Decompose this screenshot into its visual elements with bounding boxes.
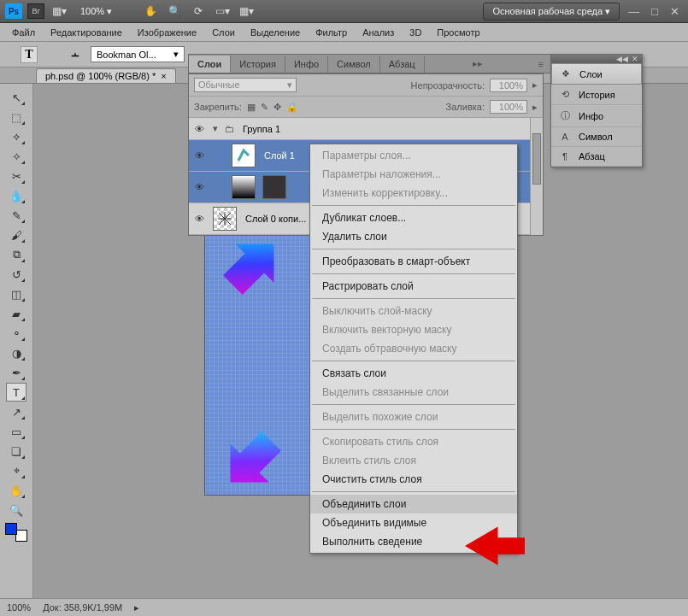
flyout-item[interactable]: ❖Слои xyxy=(551,63,642,85)
layer-scrollbar[interactable] xyxy=(530,118,543,235)
flyout-item-label: История xyxy=(579,90,615,100)
hand-tool-icon[interactable]: ✋ xyxy=(141,3,160,19)
document-tab[interactable]: ph.psd @ 100% (RGB/8) * × xyxy=(36,68,176,83)
visibility-toggle-icon[interactable]: 👁 xyxy=(189,150,209,161)
3d-tool-icon[interactable]: ❏ xyxy=(6,442,26,461)
flyout-item-label: Инфо xyxy=(579,111,603,121)
color-swatches[interactable] xyxy=(5,523,27,542)
lock-paint-icon[interactable]: ✎ xyxy=(261,102,268,113)
zoom-dropdown[interactable]: 100% ▾ xyxy=(74,6,119,17)
group-expand-icon[interactable]: ▾ xyxy=(209,123,221,134)
layer-name[interactable]: Слой 0 копи... xyxy=(240,214,306,224)
zoom-tool-icon[interactable]: 🔍 xyxy=(165,3,184,19)
brush-tool-icon[interactable]: 🖌 xyxy=(6,226,26,244)
history-brush-tool-icon[interactable]: ↺ xyxy=(6,265,26,284)
crop-tool-icon[interactable]: ✂ xyxy=(6,167,26,185)
flyout-item[interactable]: ¶Абзац xyxy=(551,147,642,167)
context-menu-item[interactable]: Объединить слои xyxy=(310,495,517,513)
menu-file[interactable]: Файл xyxy=(5,25,42,40)
layer-thumbnail[interactable] xyxy=(232,144,256,167)
panel-tab-paragraph[interactable]: Абзац xyxy=(380,56,425,73)
layer-thumbnail[interactable] xyxy=(213,207,237,231)
bridge-logo-icon[interactable]: Br xyxy=(27,3,44,19)
flyout-titlebar[interactable]: ◀◀✕ xyxy=(551,55,642,63)
zoom-nav-tool-icon[interactable]: 🔍 xyxy=(6,501,26,519)
panel-tab-character[interactable]: Символ xyxy=(328,56,380,73)
marquee-tool-icon[interactable]: ⬚ xyxy=(6,108,26,126)
lock-all-icon[interactable]: 🔒 xyxy=(286,102,298,113)
main-menubar: Файл Редактирование Изображение Слои Выд… xyxy=(0,23,688,42)
visibility-toggle-icon[interactable]: 👁 xyxy=(189,124,209,134)
eyedropper-tool-icon[interactable]: 💧 xyxy=(6,186,26,205)
arrange-icon[interactable]: ▦▾ xyxy=(237,3,256,19)
context-menu-separator xyxy=(312,429,515,430)
text-tool-preset-icon[interactable]: T xyxy=(21,46,38,63)
context-menu-item[interactable]: Связать слои xyxy=(310,364,517,383)
group-name[interactable]: Группа 1 xyxy=(238,124,280,134)
visibility-toggle-icon[interactable]: 👁 xyxy=(189,182,209,192)
text-orientation-icon[interactable]: ⫠ xyxy=(67,46,84,63)
menu-3d[interactable]: 3D xyxy=(403,25,428,40)
layer-mask-thumbnail[interactable] xyxy=(262,175,286,199)
context-menu-item[interactable]: Растрировать слой xyxy=(310,277,517,296)
hand-nav-tool-icon[interactable]: ✋ xyxy=(6,481,26,500)
context-menu-item[interactable]: Преобразовать в смарт-объект xyxy=(310,252,517,271)
status-doc-size[interactable]: Док: 358,9K/1,99M xyxy=(43,602,122,613)
context-menu-item[interactable]: Очистить стиль слоя xyxy=(310,470,517,489)
gradient-tool-icon[interactable]: ▰ xyxy=(6,304,26,323)
document-tab-close-icon[interactable]: × xyxy=(161,71,166,81)
menu-analysis[interactable]: Анализ xyxy=(356,25,401,40)
blur-tool-icon[interactable]: ⚬ xyxy=(6,324,26,343)
text-tool-icon[interactable]: T xyxy=(6,383,26,402)
visibility-toggle-icon[interactable]: 👁 xyxy=(189,214,209,224)
flyout-item[interactable]: AСимвол xyxy=(551,127,642,147)
pen-tool-icon[interactable]: ✒ xyxy=(6,363,26,382)
menu-select[interactable]: Выделение xyxy=(244,25,307,40)
flyout-item[interactable]: ⟲История xyxy=(551,85,642,105)
panel-tab-info[interactable]: Инфо xyxy=(285,56,328,73)
flyout-item[interactable]: ⓘИнфо xyxy=(551,105,642,127)
rotate-view-icon[interactable]: ⟳ xyxy=(189,3,208,19)
opacity-input[interactable]: 100% xyxy=(490,79,527,92)
close-icon[interactable]: ✕ xyxy=(667,5,683,18)
status-arrow-icon[interactable]: ▸ xyxy=(134,602,139,613)
menu-edit[interactable]: Редактирование xyxy=(44,25,129,40)
document-canvas[interactable] xyxy=(204,231,315,496)
menu-filter[interactable]: Фильтр xyxy=(309,25,354,40)
shape-tool-icon[interactable]: ▭ xyxy=(6,422,26,441)
fill-input[interactable]: 100% xyxy=(490,100,527,114)
dodge-tool-icon[interactable]: ◑ xyxy=(6,343,26,362)
menu-image[interactable]: Изображение xyxy=(131,25,203,40)
panel-tab-history[interactable]: История xyxy=(231,56,285,73)
font-family-dropdown[interactable]: Bookman Ol...▾ xyxy=(91,46,185,62)
panel-tab-layers[interactable]: Слои xyxy=(189,56,231,73)
path-select-tool-icon[interactable]: ↗ xyxy=(6,402,26,421)
lock-transparent-icon[interactable]: ▦ xyxy=(247,102,256,113)
blend-mode-dropdown[interactable]: Обычные▾ xyxy=(194,78,297,92)
panel-collapse-icon[interactable]: ▸▸ xyxy=(466,55,490,73)
layer-thumbnail[interactable] xyxy=(232,175,256,199)
panel-menu-icon[interactable]: ≡ xyxy=(532,56,550,73)
workspace-switcher[interactable]: Основная рабочая среда ▾ xyxy=(483,3,620,21)
maximize-icon[interactable]: □ xyxy=(648,5,662,18)
context-menu-separator xyxy=(312,273,515,274)
context-menu-item[interactable]: Удалить слои xyxy=(310,227,517,246)
heal-tool-icon[interactable]: ✎ xyxy=(6,206,26,225)
3d-camera-tool-icon[interactable]: ⌖ xyxy=(6,461,26,480)
move-tool-icon[interactable]: ↖ xyxy=(6,88,26,107)
menu-layers[interactable]: Слои xyxy=(205,25,242,40)
app-topbar: Ps Br ▦▾ 100% ▾ ✋ 🔍 ⟳ ▭▾ ▦▾ Основная раб… xyxy=(0,0,688,23)
lasso-tool-icon[interactable]: ⟡ xyxy=(6,127,26,146)
layer-name[interactable]: Слой 1 xyxy=(259,150,295,161)
stamp-tool-icon[interactable]: ⧉ xyxy=(6,245,26,264)
minimize-icon[interactable]: — xyxy=(625,5,643,18)
context-menu-item[interactable]: Дубликат слоев... xyxy=(310,208,517,227)
screen-mode-icon[interactable]: ▭▾ xyxy=(213,3,232,19)
layer-group-row[interactable]: 👁 ▾ 🗀 Группа 1 xyxy=(189,118,543,140)
status-zoom[interactable]: 100% xyxy=(7,602,31,613)
lock-move-icon[interactable]: ✥ xyxy=(273,102,281,113)
menu-view[interactable]: Просмотр xyxy=(430,25,486,40)
eraser-tool-icon[interactable]: ◫ xyxy=(6,285,26,303)
wand-tool-icon[interactable]: ✧ xyxy=(6,147,26,166)
history-grid-icon[interactable]: ▦▾ xyxy=(50,3,68,19)
